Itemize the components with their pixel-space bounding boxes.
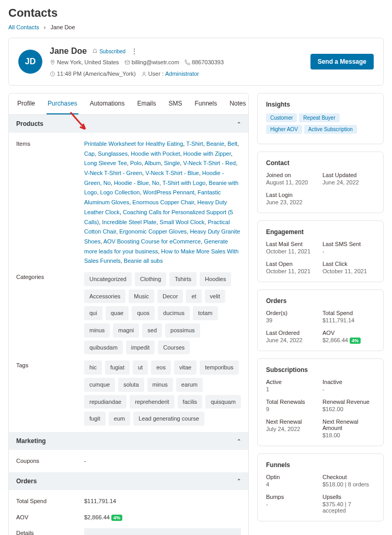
email: billing@wisetr.com [124, 59, 179, 65]
category-chip: Accessories [84, 289, 125, 304]
category-chip: Tshirts [169, 272, 197, 286]
categories-chips: UncategorizedClothingTshirtsHoodiesAcces… [84, 272, 241, 354]
product-link[interactable]: Single [164, 160, 180, 166]
send-message-button[interactable]: Send a Message [310, 54, 374, 69]
product-link[interactable]: Logo Collection [100, 189, 140, 195]
product-link[interactable]: Belt [227, 141, 237, 147]
product-link[interactable]: Small Wool Clock [159, 219, 204, 225]
aov-badge: 4% [111, 515, 122, 521]
category-chip: ducimus [158, 306, 190, 320]
tag-chip: cumque [84, 378, 115, 392]
user-icon [141, 71, 147, 77]
product-link[interactable]: V-Neck T-Shirt - Green [84, 170, 142, 176]
coupons-label: Coupons [16, 456, 84, 466]
svg-point-3 [143, 72, 145, 74]
page-title: Contacts [8, 6, 384, 20]
tag-chip: facilis [178, 395, 203, 409]
insight-pill: Customer [266, 113, 297, 122]
category-chip: quos [132, 306, 155, 320]
product-link[interactable]: Sunglasses [98, 150, 128, 157]
tab-automations[interactable]: Automations [89, 94, 126, 114]
breadcrumb-current: Jane Doe [51, 24, 75, 30]
location: New York, United States [50, 59, 119, 65]
category-chip: Hoodies [200, 272, 231, 286]
category-chip: Clothing [135, 272, 166, 286]
product-link[interactable]: Long Sleeve Tee [84, 160, 127, 166]
orders-card: Orders Order(s)39 Total Spend$111,791.14… [257, 289, 384, 351]
category-chip: Decor [157, 289, 183, 304]
avatar: JD [18, 50, 42, 74]
tags-chips: hicfugiatuteosvitaetemporibuscumquesolut… [84, 360, 241, 426]
svg-rect-1 [125, 61, 129, 64]
tab-purchases[interactable]: Purchases [47, 94, 78, 114]
category-chip: sed [142, 323, 162, 338]
insight-pill: Higher AOV [266, 125, 302, 134]
category-chip: possimus [165, 323, 200, 338]
product-link[interactable]: Hoodie with Pocket [131, 150, 180, 157]
product-link[interactable]: Cap [84, 150, 95, 157]
tag-chip: temporibus [200, 360, 238, 375]
more-icon[interactable]: ⋮ [131, 47, 138, 55]
table-header: Order ID [119, 528, 145, 535]
category-chip: Music [129, 289, 154, 304]
table-header: Date [84, 528, 119, 535]
contact-name: Jane Doe [50, 46, 87, 56]
category-chip: Uncategorized [84, 272, 132, 286]
table-header: Status [145, 528, 180, 535]
tags-label: Tags [16, 360, 84, 426]
tab-profile[interactable]: Profile [16, 94, 36, 114]
category-chip: totam [193, 306, 218, 320]
product-link[interactable]: V-Neck T-Shirt - Red [183, 160, 236, 166]
category-chip: et [186, 289, 201, 304]
product-link[interactable]: Incredible Steel Plate [102, 219, 156, 225]
chevron-up-icon: ⌃ [237, 121, 241, 127]
orders-table: DateOrder IDStatusProductsReve June 24, … [84, 528, 241, 535]
orders-section-header[interactable]: Orders⌃ [9, 472, 248, 490]
chevron-up-icon: ⌃ [237, 478, 241, 484]
engagement-card: Engagement Last Mail SentOctober 11, 202… [257, 220, 384, 282]
phone: 8867030393 [185, 59, 224, 65]
product-link[interactable]: AOV Boosting Course for eCommerce [103, 238, 201, 245]
table-header: Products [180, 528, 220, 535]
breadcrumb-root[interactable]: All Contacts [8, 24, 39, 30]
category-chip: magni [113, 323, 139, 338]
product-link[interactable]: Album [144, 160, 160, 166]
tab-funnels[interactable]: Funnels [193, 94, 218, 114]
breadcrumb: All Contacts › Jane Doe [8, 24, 384, 30]
product-link[interactable]: Beanie [206, 141, 224, 147]
tag-chip: fugiat [105, 360, 130, 375]
category-chip: qui [84, 306, 102, 320]
status-badge: Subscribed [92, 49, 125, 54]
orders-table-wrap: DateOrder IDStatusProductsReve June 24, … [84, 528, 241, 535]
product-link[interactable]: Hoodie - Blue, No [114, 180, 159, 186]
email-icon [124, 60, 130, 65]
product-link[interactable]: Polo [130, 160, 142, 166]
product-link[interactable]: Beanie all subs [124, 258, 163, 264]
contact-header: JD Jane Doe Subscribed ⋮ New York, Unite… [8, 38, 384, 86]
chevron-up-icon: ⌃ [237, 438, 241, 444]
product-link[interactable]: V-Neck T-Shirt - Blue [145, 170, 199, 176]
product-link[interactable]: Hoodie with Zipper [183, 150, 231, 157]
product-link[interactable]: Printable Worksheet for Healthy Eating [84, 141, 183, 147]
subscriptions-card: Subscriptions Active1 Inactive- Total Re… [257, 358, 384, 446]
insights-card: Insights CustomerRepeat BuyerHigher AOVA… [257, 93, 384, 144]
table-header: Reve [220, 528, 241, 535]
tab-sms[interactable]: SMS [167, 94, 183, 114]
products-section-header[interactable]: Products⌃ [9, 115, 248, 133]
product-link[interactable]: T-Shirt with Logo [163, 180, 206, 186]
product-link[interactable]: WordPress Pennant [143, 189, 194, 195]
tag-chip: soluta [118, 378, 144, 392]
product-link[interactable]: T-Shirt [186, 141, 203, 147]
tag-chip: fugit [84, 412, 106, 426]
category-chip: velit [205, 289, 226, 304]
coupons-value: - [84, 456, 241, 466]
aov-label: AOV [16, 513, 84, 522]
tab-emails[interactable]: Emails [136, 94, 157, 114]
time: 11:48 PM (America/New_York) [50, 71, 136, 77]
marketing-section-header[interactable]: Marketing⌃ [9, 432, 248, 450]
tab-notes[interactable]: Notes [228, 94, 247, 114]
bell-icon [92, 49, 98, 54]
category-chip: quibusdam [84, 341, 123, 355]
product-link[interactable]: Ergonomic Copper Gloves [119, 228, 187, 235]
product-link[interactable]: Enormous Copper Chair [132, 199, 194, 205]
